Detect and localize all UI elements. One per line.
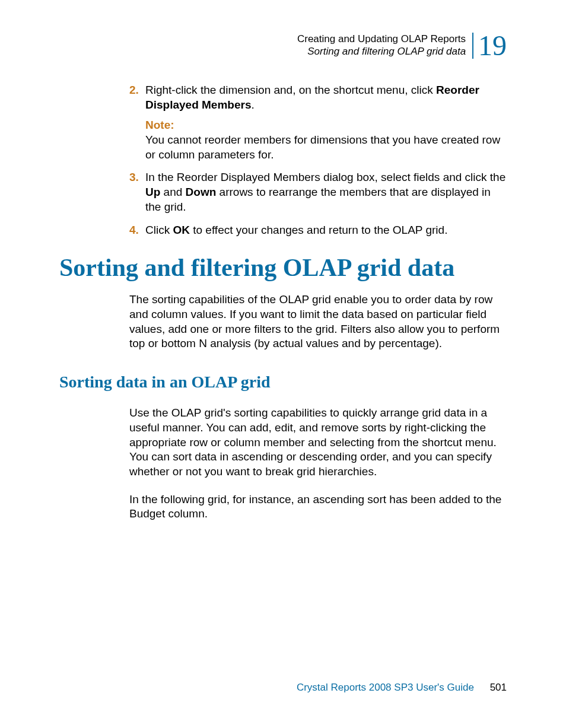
- step-text-bold-down: Down: [186, 186, 217, 198]
- section-heading: Sorting and filtering OLAP grid data: [59, 254, 507, 281]
- step-4: 4. Click OK to effect your changes and r…: [59, 223, 507, 238]
- content-area: 2. Right-click the dimension and, on the…: [59, 83, 507, 535]
- step-text-pre: Click: [145, 224, 173, 236]
- paragraph-3: In the following grid, for instance, an …: [129, 492, 507, 522]
- subsection-heading: Sorting data in an OLAP grid: [59, 373, 507, 392]
- step-number: 4.: [129, 223, 139, 238]
- header-section-title: Sorting and filtering OLAP grid data: [297, 45, 466, 58]
- note-label: Note:: [145, 118, 507, 133]
- step-text-pre: Right-click the dimension and, on the sh…: [145, 84, 436, 96]
- step-text-bold-up: Up: [145, 186, 160, 198]
- note-body: You cannot reorder members for dimension…: [145, 133, 500, 161]
- paragraph-2: Use the OLAP grid's sorting capabilities…: [129, 406, 507, 479]
- step-text-pre: In the Reorder Displayed Members dialog …: [145, 171, 505, 183]
- step-2: 2. Right-click the dimension and, on the…: [59, 83, 507, 162]
- header-text: Creating and Updating OLAP Reports Sorti…: [297, 33, 466, 58]
- step-text-mid: and: [160, 186, 185, 198]
- chapter-number: 19: [478, 33, 507, 59]
- step-number: 2.: [129, 83, 139, 98]
- page-header: Creating and Updating OLAP Reports Sorti…: [297, 33, 507, 59]
- step-text-bold: OK: [173, 224, 190, 236]
- header-separator: [472, 33, 473, 59]
- footer-page-number: 501: [490, 682, 507, 693]
- step-text-post: .: [251, 98, 254, 111]
- steps-list: 2. Right-click the dimension and, on the…: [59, 83, 507, 237]
- intro-paragraph: The sorting capabilities of the OLAP gri…: [129, 293, 507, 351]
- footer-guide-name: Crystal Reports 2008 SP3 User's Guide: [297, 682, 474, 693]
- page-footer: Crystal Reports 2008 SP3 User's Guide 50…: [297, 682, 507, 694]
- step-number: 3.: [129, 170, 139, 185]
- page: Creating and Updating OLAP Reports Sorti…: [0, 0, 566, 728]
- chapter-title: Creating and Updating OLAP Reports: [297, 33, 466, 44]
- step-text-post: to effect your changes and return to the…: [190, 224, 447, 236]
- step-3: 3. In the Reorder Displayed Members dial…: [59, 170, 507, 214]
